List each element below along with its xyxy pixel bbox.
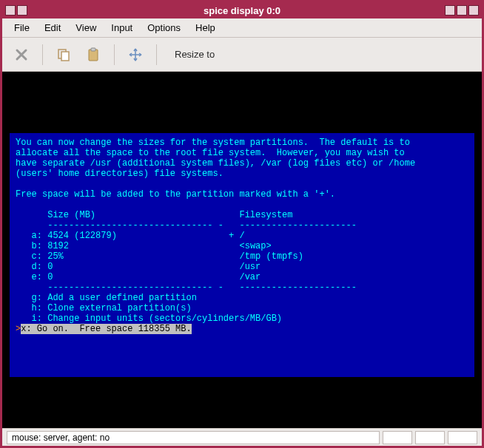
row-d-plus [229, 262, 234, 272]
resize-to-label[interactable]: Resize to [175, 49, 215, 60]
copy-button[interactable] [52, 43, 75, 67]
row-b-size: 8192 [47, 241, 69, 251]
row-d-fs: /usr [239, 262, 261, 272]
menu-file[interactable]: File [7, 21, 37, 35]
opt-h: h: Clone external partition(s) [32, 303, 192, 313]
row-d-size: 0 [47, 262, 53, 272]
status-cell-2 [383, 431, 412, 444]
window-menu-button[interactable] [5, 5, 16, 16]
menu-view[interactable]: View [68, 21, 104, 35]
rule: ------------------------------- - [47, 282, 223, 293]
menubar: File Edit View Input Options Help [2, 18, 482, 38]
rule: ---------------------- [239, 220, 356, 231]
close-connection-button[interactable] [10, 43, 33, 67]
fullscreen-button[interactable] [124, 43, 147, 67]
row-c-plus [229, 251, 234, 262]
window-frame: spice display 0:0 File Edit View Input O… [0, 0, 484, 448]
toolbar-separator [156, 44, 157, 65]
svg-rect-1 [61, 52, 69, 61]
menu-help[interactable]: Help [188, 21, 223, 35]
paste-button[interactable] [81, 43, 105, 67]
row-c-size: 25% [47, 251, 64, 262]
header-size: Size (MB) [47, 210, 95, 220]
row-d-letter: d: [32, 262, 42, 272]
opt-x-selected[interactable]: x: Go on. Free space 118355 MB. [21, 324, 191, 334]
row-e-letter: e: [32, 272, 42, 282]
console-text: (users' home directories) file systems. [16, 169, 223, 179]
row-a-letter: a: [32, 231, 42, 241]
row-e-fs: /var [239, 272, 261, 282]
rule: ------------------------------- - [47, 220, 223, 231]
status-cell-3 [415, 431, 445, 444]
toolbar-separator [42, 44, 43, 65]
rule: ---------------------- [239, 282, 356, 293]
minimize-button[interactable] [445, 5, 455, 16]
menu-input[interactable]: Input [104, 21, 140, 35]
svg-rect-3 [91, 48, 95, 51]
console-screen[interactable]: You can now change the sizes for the sys… [10, 133, 474, 377]
row-b-letter: b: [32, 241, 42, 251]
window-sticky-button[interactable] [17, 5, 27, 16]
status-text: mouse: server, agent: no [7, 431, 380, 444]
toolbar: Resize to [2, 38, 482, 72]
close-button[interactable] [468, 5, 479, 16]
paste-icon [86, 47, 101, 62]
maximize-button[interactable] [457, 5, 467, 16]
row-b-fs: <swap> [239, 241, 271, 251]
row-a-fs: / [239, 231, 244, 241]
console-text: Free space will be added to the partitio… [16, 189, 335, 200]
toolbar-separator [114, 44, 115, 65]
fullscreen-icon [128, 47, 143, 62]
row-b-plus [229, 241, 234, 251]
menu-options[interactable]: Options [140, 21, 188, 35]
close-icon [14, 47, 29, 62]
menu-edit[interactable]: Edit [37, 21, 68, 35]
console-text: allocate all the space to the root file … [16, 148, 405, 158]
display-area[interactable]: You can now change the sizes for the sys… [2, 72, 482, 428]
copy-icon [56, 47, 71, 62]
console-text: have separate /usr (additional system fi… [16, 158, 415, 169]
row-a-size: 4524 (122879) [47, 231, 117, 241]
status-cell-4 [448, 431, 477, 444]
window-title: spice display 0:0 [2, 5, 482, 16]
header-fs: Filesystem [239, 210, 292, 220]
row-a-plus: + [229, 231, 234, 241]
row-c-fs: /tmp (tmpfs) [239, 251, 303, 262]
console-text: You can now change the sizes for the sys… [16, 138, 410, 148]
row-e-plus [229, 272, 234, 282]
statusbar: mouse: server, agent: no [2, 428, 482, 446]
titlebar[interactable]: spice display 0:0 [2, 2, 482, 18]
opt-i: i: Change input units (sectors/cylinders… [32, 313, 282, 324]
row-e-size: 0 [47, 272, 53, 282]
opt-g: g: Add a user defined partition [32, 293, 197, 303]
row-c-letter: c: [32, 251, 42, 262]
